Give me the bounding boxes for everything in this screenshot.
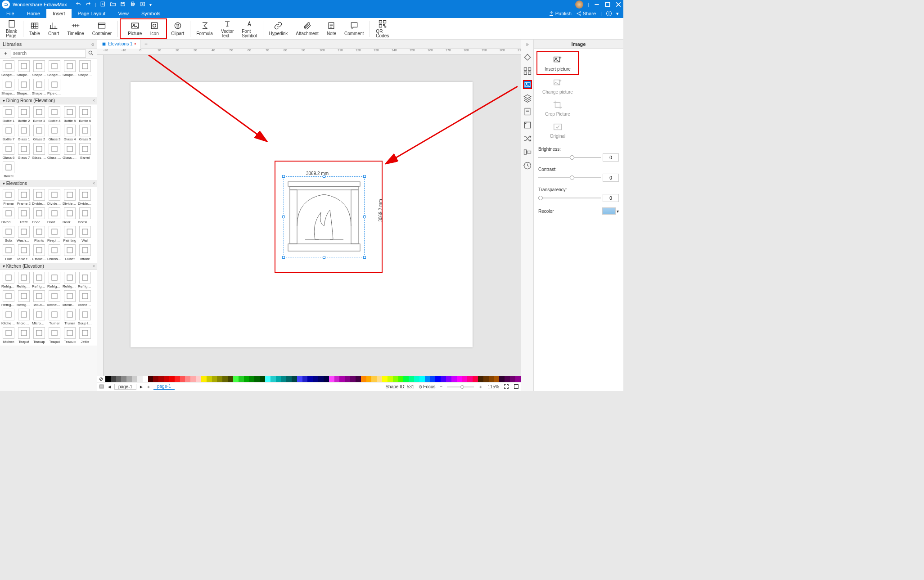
focus-button[interactable]: ⊙ Focus	[419, 384, 435, 389]
color-swatch[interactable]	[244, 376, 249, 382]
color-swatch[interactable]	[281, 376, 286, 382]
color-swatch[interactable]	[419, 376, 425, 382]
library-shape[interactable]: Bottle 3	[32, 105, 47, 124]
vector-text-button[interactable]: Vector Text	[217, 18, 238, 40]
library-shape[interactable]: L table f...	[32, 243, 47, 262]
color-swatch[interactable]	[164, 376, 169, 382]
library-shape[interactable]: Microwa...	[32, 308, 47, 326]
color-swatch[interactable]	[121, 376, 126, 382]
color-swatch[interactable]	[148, 376, 153, 382]
zoom-out-icon[interactable]: −	[440, 384, 443, 389]
no-color-icon[interactable]: ⊘	[97, 376, 105, 382]
color-swatch[interactable]	[398, 376, 404, 382]
library-shape[interactable]: Teapot	[47, 326, 62, 345]
library-shape[interactable]: Bottle 1	[1, 105, 16, 124]
contrast-input[interactable]	[603, 174, 619, 182]
color-swatch[interactable]	[425, 376, 430, 382]
library-shape[interactable]: Door Left	[32, 207, 47, 225]
library-shape[interactable]: Glass 3	[47, 124, 62, 142]
export-icon[interactable]	[140, 1, 146, 8]
maximize-icon[interactable]	[604, 1, 611, 8]
library-shape[interactable]: Truner	[62, 308, 77, 326]
search-input[interactable]	[11, 49, 86, 58]
library-shape[interactable]: Frame 2	[16, 188, 32, 207]
resize-handle[interactable]	[363, 216, 366, 218]
library-shape[interactable]: Bottle 2	[16, 105, 32, 124]
color-swatch[interactable]	[435, 376, 441, 382]
color-swatch[interactable]	[137, 376, 143, 382]
library-shape[interactable]: Shape318	[1, 78, 16, 96]
color-swatch[interactable]	[409, 376, 414, 382]
qr-codes-button[interactable]: QR Codes	[372, 18, 393, 40]
color-swatch[interactable]	[196, 376, 201, 382]
library-shape[interactable]: Glass 7	[16, 142, 32, 161]
note-button[interactable]: Note	[323, 20, 340, 37]
library-shape[interactable]: Refriger...	[1, 271, 16, 289]
library-shape[interactable]: Glass 4	[62, 124, 77, 142]
library-shape[interactable]: Refriger...	[62, 271, 77, 289]
library-shape[interactable]: Painting	[62, 225, 77, 243]
original-button[interactable]: Original	[536, 119, 579, 141]
color-swatch[interactable]	[158, 376, 164, 382]
add-library-icon[interactable]: ＋	[2, 50, 9, 57]
color-swatch[interactable]	[126, 376, 132, 382]
color-swatch[interactable]	[499, 376, 505, 382]
library-shape[interactable]: Diveder 2	[1, 207, 16, 225]
color-swatch[interactable]	[175, 376, 180, 382]
library-shape[interactable]: Pipe coils	[47, 78, 62, 96]
library-shape[interactable]: Outlet	[62, 243, 77, 262]
library-shape[interactable]: Rect	[16, 207, 32, 225]
picture-button[interactable]: Picture	[124, 20, 146, 37]
library-shape[interactable]: Glass 5	[77, 124, 93, 142]
align-icon[interactable]	[523, 148, 532, 157]
library-shape[interactable]: kitchen v...	[77, 289, 93, 308]
clipart-button[interactable]: Clipart	[167, 20, 188, 37]
library-shape[interactable]: Intake	[77, 243, 93, 262]
color-swatch[interactable]	[265, 376, 270, 382]
library-shape[interactable]: Glass-b...	[62, 142, 77, 161]
library-shape[interactable]: Barrel	[77, 142, 93, 161]
color-swatch[interactable]	[324, 376, 329, 382]
color-swatch[interactable]	[361, 376, 366, 382]
library-shape[interactable]: Bottle 7	[1, 124, 16, 142]
color-swatch[interactable]	[483, 376, 489, 382]
page-list-icon[interactable]	[99, 384, 104, 390]
color-swatch[interactable]	[467, 376, 473, 382]
color-swatch[interactable]	[111, 376, 116, 382]
brightness-input[interactable]	[603, 153, 619, 162]
open-icon[interactable]	[110, 1, 116, 8]
library-shape[interactable]: Refriger...	[32, 271, 47, 289]
library-shape[interactable]: Bedside ...	[77, 207, 93, 225]
color-swatch[interactable]	[185, 376, 190, 382]
color-swatch[interactable]	[382, 376, 388, 382]
collapse-left-icon[interactable]: «	[91, 41, 94, 47]
menu-insert[interactable]: Insert	[46, 9, 72, 18]
color-swatch[interactable]	[451, 376, 457, 382]
icon-button[interactable]: Icon	[146, 20, 163, 37]
resize-handle[interactable]	[282, 216, 285, 218]
contrast-slider[interactable]	[538, 177, 601, 178]
color-swatch[interactable]	[350, 376, 356, 382]
layers-icon[interactable]	[523, 94, 532, 103]
color-swatch[interactable]	[393, 376, 398, 382]
prev-page-icon[interactable]: ◄	[107, 384, 112, 389]
table-button[interactable]: Table	[25, 20, 44, 37]
color-swatch[interactable]	[489, 376, 494, 382]
color-swatch[interactable]	[345, 376, 350, 382]
color-swatch[interactable]	[254, 376, 260, 382]
color-swatch[interactable]	[313, 376, 318, 382]
share-button[interactable]: Share	[576, 11, 596, 16]
color-swatch[interactable]	[414, 376, 419, 382]
library-shape[interactable]: Glass 1	[16, 124, 32, 142]
resize-handle[interactable]	[282, 256, 285, 259]
document-tab[interactable]: Elevations 1 •	[97, 40, 141, 49]
page-tab-editable[interactable]: page-1	[114, 384, 136, 390]
color-swatch[interactable]	[515, 376, 521, 382]
library-shape[interactable]: kitchen	[1, 326, 16, 345]
zoom-slider[interactable]	[447, 387, 474, 387]
color-swatch[interactable]	[260, 376, 265, 382]
menu-symbols[interactable]: Symbols	[135, 9, 167, 18]
insert-picture-button[interactable]: Insert picture	[536, 51, 579, 75]
collapse-right-icon[interactable]: »	[526, 41, 528, 47]
dimensions-icon[interactable]	[523, 121, 532, 130]
